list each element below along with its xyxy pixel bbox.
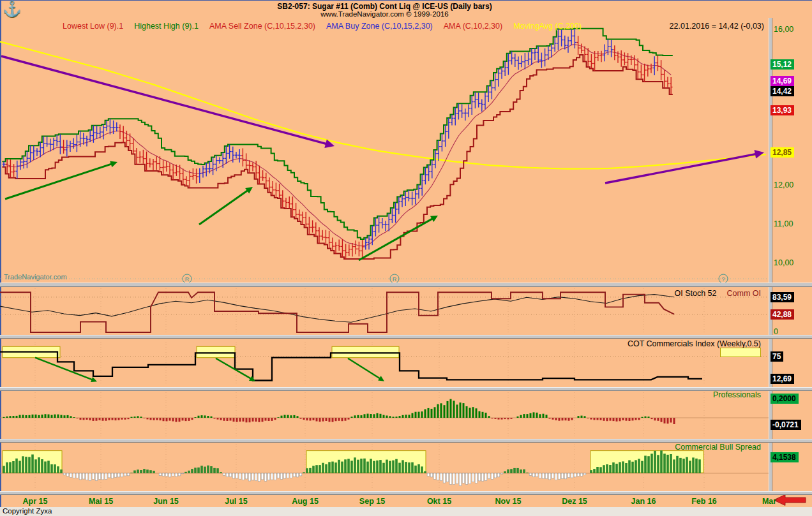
window-subtitle: www.TradeNavigator.com © 1999-2016 xyxy=(0,10,769,18)
x-axis-label: Mai 15 xyxy=(80,497,121,506)
panel-splitter-2[interactable] xyxy=(0,335,812,339)
x-axis-label: Nov 15 xyxy=(488,497,529,506)
legend-item-4: AMA (C,10,2,30) xyxy=(444,22,502,31)
x-axis-label: Apr 15 xyxy=(15,497,56,506)
quote-readout: 22.01.2016 = 14,42 (-0,03) xyxy=(670,22,764,31)
legend-item-1: Highest High (9).1 xyxy=(134,22,199,31)
svg-text:?: ? xyxy=(721,276,725,283)
status-bar: Copyright Zyxa xyxy=(0,507,812,516)
panel-splitter-1[interactable] xyxy=(0,283,812,287)
legend-item-3: AMA Buy Zone (C,10,15,2,30) xyxy=(326,22,433,31)
indicator-legend: Lowest Low (9).1Highest High (9).1AMA Se… xyxy=(63,22,764,31)
x-axis-label: Jun 15 xyxy=(146,497,186,506)
svg-text:R: R xyxy=(393,276,397,283)
x-axis-label: Feb 16 xyxy=(684,497,725,506)
legend-item-0: Lowest Low (9).1 xyxy=(63,22,123,31)
x-axis: Apr 15Mai 15Jun 15Jul 15Aug 15Sep 15Okt … xyxy=(0,495,812,507)
panel-splitter-4[interactable] xyxy=(0,439,812,443)
x-axis-label: Mar xyxy=(749,497,790,506)
x-axis-label: Jul 15 xyxy=(216,497,257,506)
watermark: TradeNavigator.com xyxy=(4,273,67,281)
x-axis-label: Sep 15 xyxy=(352,497,393,506)
window-title: SB2-057: Sugar #11 (Comb) Cont Liq @ ICE… xyxy=(0,2,769,11)
x-axis-label: Jan 16 xyxy=(623,497,664,506)
x-axis-label: Okt 15 xyxy=(419,497,460,506)
svg-text:R: R xyxy=(185,276,190,283)
copyright-text: Copyright Zyxa xyxy=(3,507,52,515)
scale-splitter[interactable] xyxy=(769,18,772,495)
trade-navigator-window: ⚓ SB2-057: Sugar #11 (Comb) Cont Liq @ I… xyxy=(0,0,812,516)
x-axis-label: Dez 15 xyxy=(554,497,595,506)
legend-item-2: AMA Sell Zone (C,10,15,2,30) xyxy=(209,22,315,31)
legend-item-5: MovingAvg (C,200) xyxy=(513,22,582,31)
x-axis-label: Aug 15 xyxy=(285,497,326,506)
panel-splitter-3[interactable] xyxy=(0,387,812,391)
